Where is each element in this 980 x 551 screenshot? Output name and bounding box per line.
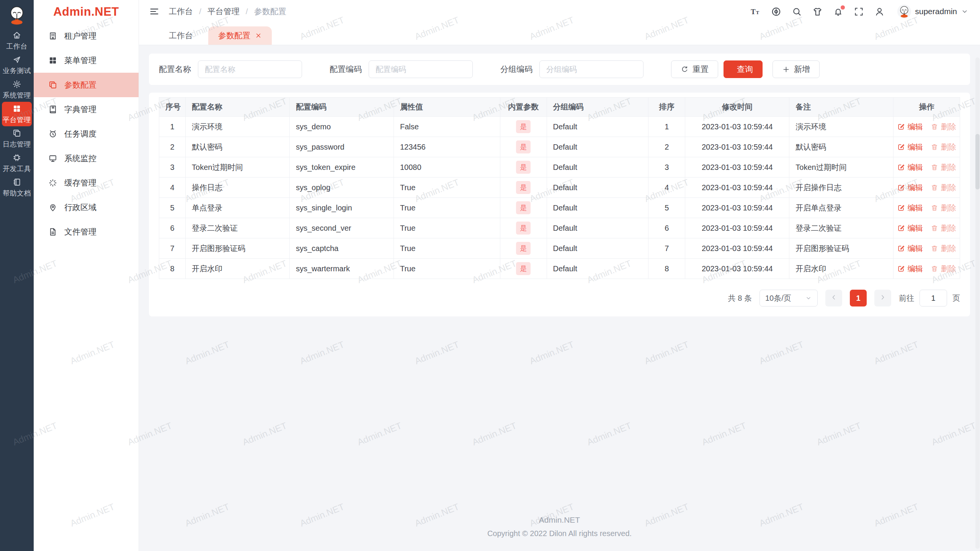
cell-builtin: 是 [500,117,547,137]
cell-actions: 编辑 删除 [893,198,960,218]
app-logo-avatar[interactable] [0,3,34,27]
column-header-group: 分组编码 [547,98,648,117]
sidebar-item-tenant[interactable]: 租户管理 [34,24,139,48]
breadcrumb-item[interactable]: 平台管理 [207,6,240,17]
builtin-badge: 是 [516,120,531,133]
edit-icon [897,163,905,171]
prev-page-button[interactable] [825,290,842,306]
cell-actions: 编辑 删除 [893,117,960,137]
scrollbar-track[interactable] [975,57,980,549]
cell-code: sys_password [289,137,394,157]
rail-item-platform[interactable]: 平台管理 [2,102,32,126]
cell-time: 2023-01-03 10:59:44 [685,198,789,218]
query-button[interactable]: 查询 [724,60,763,78]
edit-button[interactable]: 编辑 [897,162,923,173]
user-avatar [897,5,911,18]
current-page-button[interactable]: 1 [850,290,867,306]
rail-item-workbench[interactable]: 工作台 [2,28,32,53]
sidebar-item-label: 参数配置 [64,80,96,90]
builtin-badge: 是 [516,140,531,153]
sidebar-item-label: 菜单管理 [64,55,96,66]
search-icon[interactable] [792,7,802,17]
footer-copyright: Copyright © 2022 Dilon All rights reserv… [139,529,980,538]
delete-button[interactable]: 删除 [931,162,956,173]
close-icon[interactable] [255,32,262,39]
language-icon[interactable] [771,7,781,17]
add-button-label: 新增 [794,64,810,75]
group-code-input[interactable] [539,60,644,78]
chevron-down-icon [961,8,969,15]
reset-button[interactable]: 重置 [671,60,718,78]
svg-text:T: T [756,10,760,15]
user-menu[interactable]: superadmin [897,5,969,18]
scrollbar-thumb[interactable] [975,134,980,189]
column-header-remark: 备注 [789,98,893,117]
rail-item-devtools[interactable]: 开发工具 [2,151,32,175]
rail-item-label: 系统管理 [3,91,31,100]
rail-item-biz-test[interactable]: 业务测试 [2,53,32,77]
monitor-icon [48,154,57,163]
cell-value: True [394,238,500,259]
next-page-button[interactable] [874,290,891,306]
edit-icon [897,245,905,252]
cell-value: True [394,218,500,238]
theme-icon[interactable] [812,7,823,17]
secondary-sidebar: Admin.NET 租户管理 菜单管理 参数配置 字典管理 任务调度 系统监控 … [34,0,139,551]
rail-item-docs[interactable]: 帮助文档 [2,175,32,200]
edit-button[interactable]: 编辑 [897,223,923,233]
sidebar-item-region[interactable]: 行政区域 [34,195,139,220]
pin-icon [48,203,57,212]
sidebar-item-task[interactable]: 任务调度 [34,122,139,146]
edit-icon [897,184,905,191]
rail-item-logs[interactable]: 日志管理 [2,126,32,151]
sidebar-item-dict[interactable]: 字典管理 [34,97,139,122]
delete-label: 删除 [941,162,956,173]
sidebar-item-menu[interactable]: 菜单管理 [34,48,139,73]
sidebar-item-monitor[interactable]: 系统监控 [34,146,139,171]
brand-logo: Admin.NET [34,0,139,24]
rail-item-system[interactable]: 系统管理 [2,77,32,102]
cell-remark: 演示环境 [789,117,893,137]
cell-code: sys_captcha [289,238,394,259]
config-name-input[interactable] [198,60,302,78]
profile-icon[interactable] [874,7,885,17]
delete-button[interactable]: 删除 [931,223,956,233]
edit-button[interactable]: 编辑 [897,243,923,254]
notifications-icon[interactable] [833,7,843,17]
delete-button[interactable]: 删除 [931,122,956,132]
edit-button[interactable]: 编辑 [897,183,923,193]
page-size-select[interactable]: 10条/页 [760,290,818,306]
tab-0[interactable]: 工作台 [159,26,203,45]
delete-button[interactable]: 删除 [931,183,956,193]
sidebar-item-file[interactable]: 文件管理 [34,220,139,244]
cell-builtin: 是 [500,218,547,238]
edit-button[interactable]: 编辑 [897,122,923,132]
breadcrumb-item[interactable]: 工作台 [169,6,193,17]
delete-button[interactable]: 删除 [931,142,956,152]
edit-button[interactable]: 编辑 [897,203,923,213]
copy-icon [12,129,21,138]
config-code-input[interactable] [369,60,473,78]
breadcrumb: 工作台/平台管理/参数配置 [169,6,286,17]
sidebar-item-config[interactable]: 参数配置 [34,73,139,97]
cell-value: 123456 [394,137,500,157]
cell-code: sys_second_ver [289,218,394,238]
cell-sort: 4 [648,178,685,198]
edit-button[interactable]: 编辑 [897,264,923,274]
building-icon [48,31,57,41]
add-button[interactable]: 新增 [773,60,820,78]
tab-1[interactable]: 参数配置 [208,26,272,45]
font-size-icon[interactable]: TT [750,7,761,17]
delete-button[interactable]: 删除 [931,243,956,254]
rail-item-label: 平台管理 [3,115,31,124]
cell-remark: 开启单点登录 [789,198,893,218]
edit-button[interactable]: 编辑 [897,142,923,152]
builtin-badge: 是 [516,242,531,255]
sidebar-item-cache[interactable]: 缓存管理 [34,171,139,195]
collapse-menu-icon[interactable] [149,6,160,17]
goto-page-input[interactable] [920,290,947,306]
delete-button[interactable]: 删除 [931,264,956,274]
goto-suffix: 页 [952,293,960,303]
delete-button[interactable]: 删除 [931,203,956,213]
fullscreen-icon[interactable] [854,7,864,17]
